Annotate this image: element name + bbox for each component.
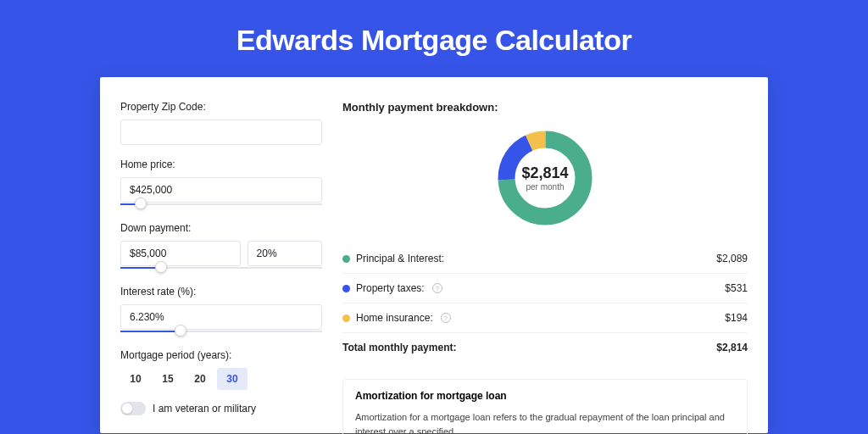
down-payment-label: Down payment:	[120, 222, 322, 234]
down-payment-slider[interactable]	[120, 265, 322, 272]
total-value: $2,814	[716, 342, 748, 353]
legend-row-taxes: Property taxes: ? $531	[342, 273, 748, 303]
donut-chart: $2,814 per month	[342, 122, 748, 244]
interest-slider[interactable]	[120, 329, 322, 336]
legend-label: Principal & Interest:	[356, 253, 444, 264]
period-group: Mortgage period (years): 10 15 20 30	[120, 349, 322, 390]
legend-row-principal: Principal & Interest: $2,089	[342, 244, 748, 273]
home-price-input[interactable]	[120, 177, 322, 203]
interest-group: Interest rate (%):	[120, 286, 322, 336]
period-btn-20[interactable]: 20	[185, 368, 215, 390]
amortization-box: Amortization for mortgage loan Amortizat…	[342, 379, 748, 434]
info-icon[interactable]: ?	[441, 313, 451, 323]
slider-thumb[interactable]	[155, 261, 167, 273]
veteran-row: I am veteran or military	[120, 402, 322, 415]
period-label: Mortgage period (years):	[120, 349, 322, 361]
period-buttons: 10 15 20 30	[120, 368, 322, 390]
breakdown-column: Monthly payment breakdown: $2,814 per mo…	[342, 101, 748, 433]
calculator-card: Property Zip Code: Home price: Down paym…	[100, 77, 768, 433]
period-btn-15[interactable]: 15	[153, 368, 183, 390]
amortization-text: Amortization for a mortgage loan refers …	[355, 410, 735, 434]
down-payment-group: Down payment:	[120, 222, 322, 272]
period-btn-30[interactable]: 30	[217, 368, 248, 390]
home-price-group: Home price:	[120, 159, 322, 209]
zip-group: Property Zip Code:	[120, 101, 322, 145]
legend-value: $194	[725, 312, 748, 324]
dot-icon	[342, 285, 350, 292]
veteran-label: I am veteran or military	[153, 403, 256, 415]
amortization-title: Amortization for mortgage loan	[355, 390, 735, 402]
form-column: Property Zip Code: Home price: Down paym…	[120, 101, 322, 433]
legend-row-total: Total monthly payment: $2,814	[342, 332, 748, 362]
info-icon[interactable]: ?	[432, 283, 442, 293]
page-title: Edwards Mortgage Calculator	[0, 0, 868, 77]
legend-value: $531	[725, 282, 748, 294]
home-price-label: Home price:	[120, 159, 322, 170]
legend-label: Property taxes:	[356, 282, 425, 294]
zip-label: Property Zip Code:	[120, 101, 322, 113]
legend-label: Home insurance:	[356, 312, 433, 324]
legend: Principal & Interest: $2,089 Property ta…	[342, 244, 748, 362]
donut-sub: per month	[526, 182, 564, 192]
breakdown-title: Monthly payment breakdown:	[342, 101, 748, 114]
veteran-toggle[interactable]	[120, 402, 146, 415]
legend-row-insurance: Home insurance: ? $194	[342, 303, 748, 332]
dot-icon	[342, 314, 350, 322]
zip-input[interactable]	[120, 120, 322, 145]
dot-icon	[342, 255, 350, 263]
donut-amount: $2,814	[521, 164, 568, 182]
home-price-slider[interactable]	[120, 202, 322, 209]
interest-label: Interest rate (%):	[120, 286, 322, 298]
total-label: Total monthly payment:	[342, 342, 456, 353]
period-btn-10[interactable]: 10	[120, 368, 151, 390]
slider-thumb[interactable]	[135, 198, 147, 209]
interest-input[interactable]	[120, 304, 322, 330]
legend-value: $2,089	[716, 253, 748, 264]
down-payment-input[interactable]	[120, 241, 241, 266]
down-payment-pct-input[interactable]	[248, 241, 322, 266]
slider-thumb[interactable]	[175, 325, 186, 337]
